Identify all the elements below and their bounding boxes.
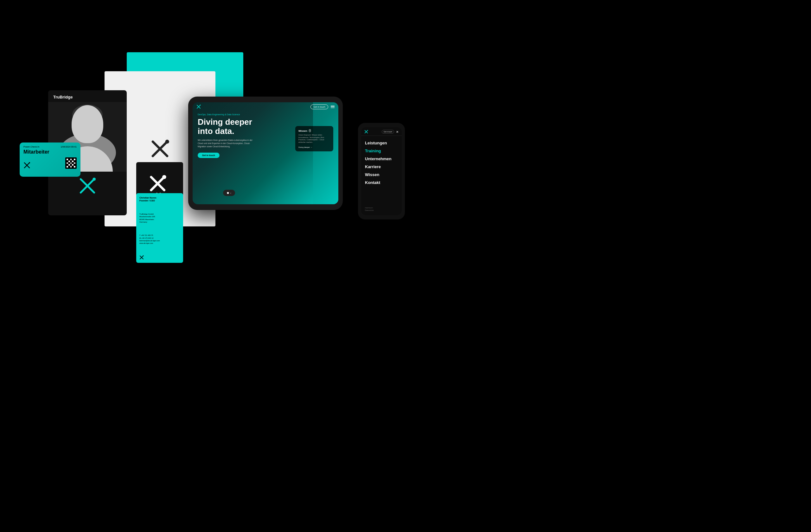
white-paper-logo xyxy=(150,139,170,159)
mobile-logo xyxy=(364,130,368,134)
qr-code xyxy=(65,157,77,169)
bc-company: TruBridge GmbH xyxy=(139,213,180,215)
mobile-header: Get in touch ✕ xyxy=(361,127,402,136)
tablet-hamburger-menu[interactable] xyxy=(331,106,335,108)
mobile-datenschutz[interactable]: Datenschutz xyxy=(365,209,398,211)
tablet-wissen-text: Unser Anspruch: Wissen teilen Innovation… xyxy=(299,134,330,144)
tablet-wissen-card: Wissen Unser Anspruch: Wissen teilen Inn… xyxy=(295,126,333,151)
svg-point-14 xyxy=(92,178,96,181)
tablet-wissen-title: Wissen xyxy=(299,129,330,132)
mobile-menu: Leistungen Training Unternehmen Karriere… xyxy=(361,136,402,190)
mobile-menu-training[interactable]: Training xyxy=(365,147,398,155)
bc-email: biohman@de.ab-tiger.com xyxy=(139,239,180,242)
mobile-header-right: Get in touch ✕ xyxy=(382,130,399,134)
svg-point-15 xyxy=(91,189,93,191)
bc-role: Founder / CEO xyxy=(139,199,180,202)
tablet-scroll-btn[interactable]: ⬟ ↓ xyxy=(223,190,235,196)
svg-rect-30 xyxy=(309,129,311,132)
scroll-arrow: ↓ xyxy=(230,192,231,194)
mobile-screen: Get in touch ✕ Leistungen Training Unter… xyxy=(361,127,402,215)
scene: TruBridge xyxy=(0,0,811,532)
trubridge-card-logo xyxy=(78,177,97,195)
tablet-cta-button[interactable]: Get in touch xyxy=(198,153,219,158)
svg-point-8 xyxy=(72,105,103,125)
bc-logo xyxy=(139,255,144,260)
bc-phone: T +49 721 465 75 xyxy=(139,234,180,237)
badge-top-row: Power-Check-In 1/04/2024 09:41 xyxy=(24,146,77,148)
svg-point-5 xyxy=(165,140,169,143)
mobile-impressum[interactable]: Impressum xyxy=(365,207,398,209)
mobile-menu-unternehmen[interactable]: Unternehmen xyxy=(365,155,398,163)
tablet-nav-right: Get in touch xyxy=(310,105,335,109)
svg-point-29 xyxy=(200,105,201,106)
trubridge-card-header: TruBridge xyxy=(48,90,127,102)
svg-point-21 xyxy=(162,175,166,179)
tablet-device: Get in touch DevOps, Data Engineering & … xyxy=(188,97,343,210)
bc-mobile: M +49 175 843 12 xyxy=(139,237,180,239)
badge-date: 1/04/2024 09:41 xyxy=(61,146,77,148)
bc-footer xyxy=(139,255,180,260)
badge-bottom-row xyxy=(24,157,77,169)
mobile-menu-kontakt[interactable]: Kontakt xyxy=(365,178,398,187)
mobile-get-in-touch[interactable]: Get in touch xyxy=(382,130,394,134)
business-card: Christian Nunes Founder / CEO TruBridge … xyxy=(136,193,183,263)
mobile-menu-karriere[interactable]: Karriere xyxy=(365,163,398,171)
badge-logo xyxy=(24,162,30,169)
mobile-menu-footer: Impressum Datenschutz xyxy=(365,207,398,212)
tablet-nav-logo xyxy=(196,105,201,109)
mobile-phone: Get in touch ✕ Leistungen Training Unter… xyxy=(358,123,405,219)
employee-badge: Power-Check-In 1/04/2024 09:41 Mitarbeit… xyxy=(20,142,80,177)
svg-point-35 xyxy=(367,130,368,130)
mobile-menu-leistungen[interactable]: Leistungen xyxy=(365,139,398,147)
tablet-subtext: Wir unterstützen Ihren gesamten Daten-Le… xyxy=(198,139,255,148)
svg-point-11 xyxy=(79,130,96,142)
mobile-close-btn[interactable]: ✕ xyxy=(396,130,399,134)
bc-website: www.ab-tiger.com xyxy=(139,242,180,245)
tablet-navbar: Get in touch xyxy=(193,102,338,111)
tablet-get-in-touch-btn[interactable]: Get in touch xyxy=(310,105,328,109)
svg-point-18 xyxy=(29,162,30,163)
svg-point-7 xyxy=(74,108,102,141)
tablet-tagline: DevOps, Data Engineering & Data Science xyxy=(198,113,333,115)
badge-title: Mitarbeiter xyxy=(24,149,77,155)
bc-address: Musikerstraße 20568345 MannheimGermany xyxy=(139,215,180,223)
wissen-doc-icon xyxy=(309,129,312,132)
tablet-screen: Get in touch DevOps, Data Engineering & … xyxy=(193,102,338,204)
svg-point-26 xyxy=(143,255,144,256)
badge-checkin-label: Power-Check-In xyxy=(24,146,39,148)
mobile-menu-wissen[interactable]: Wissen xyxy=(365,171,398,178)
tablet-content: DevOps, Data Engineering & Data Science … xyxy=(198,113,333,199)
scroll-icon: ⬟ xyxy=(227,192,229,194)
bc-name: Christian Nunes xyxy=(139,196,180,199)
tablet-wissen-link[interactable]: Going deeper → xyxy=(299,146,330,148)
